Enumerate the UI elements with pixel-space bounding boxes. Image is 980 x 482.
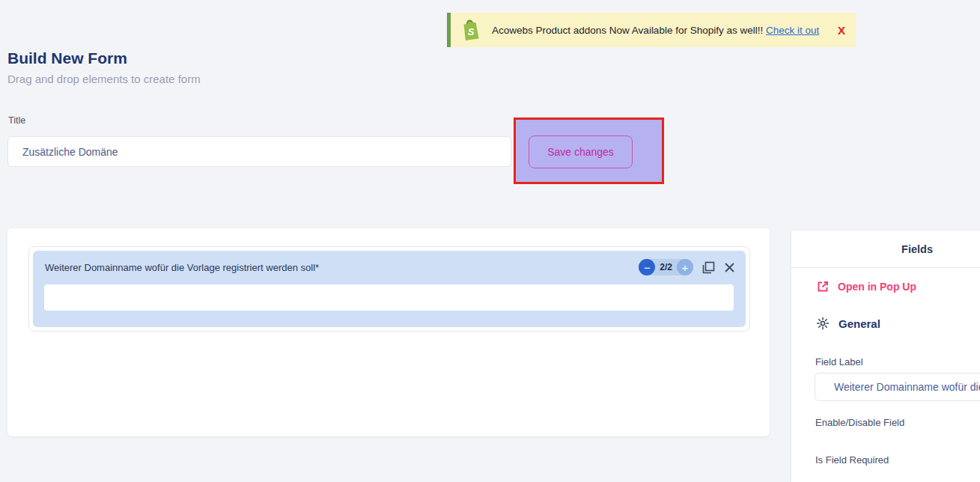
column-count: 2/2 [655,262,677,272]
duplicate-field-button[interactable] [702,261,715,274]
save-changes-button[interactable]: Save changes [529,135,633,168]
gear-icon [816,317,830,330]
general-label: General [839,317,880,330]
enable-disable-label: Enable/Disable Field [815,417,904,428]
page-title: Build New Form [7,49,127,67]
close-icon [724,262,735,273]
open-in-popup-button[interactable]: Open in Pop Up [816,280,916,293]
sidebar-header: Fields [791,231,980,268]
decrease-columns-button[interactable]: − [639,259,655,275]
page-subtitle: Drag and drop elements to create form [7,73,201,85]
external-link-icon [816,280,830,293]
banner-text: Acowebs Product addons Now Available for… [492,25,763,36]
increase-columns-button[interactable]: + [677,259,693,275]
fields-sidebar: Fields Open in Pop Up General Field Labe… [791,231,980,482]
field-label-text: Weiterer Domainname wofür die Vorlage re… [45,262,319,273]
column-counter: − 2/2 + [639,259,693,275]
field-wrapper[interactable]: Weiterer Domainname wofür die Vorlage re… [28,246,750,332]
form-title-label: Title [8,115,25,126]
duplicate-icon [702,261,715,274]
field-preview-input[interactable] [44,284,734,311]
is-field-required-label: Is Field Required [815,454,889,466]
form-canvas: Weiterer Domainname wofür die Vorlage re… [7,228,770,436]
open-in-popup-label: Open in Pop Up [838,281,916,293]
remove-field-button[interactable] [724,262,735,273]
field-label-setting-input[interactable] [815,373,980,401]
promo-banner: S Acowebs Product addons Now Available f… [447,13,856,47]
banner-close-icon[interactable]: X [838,24,845,37]
save-changes-highlight: Save changes [514,118,664,184]
field-label-setting-label: Field Label [815,356,863,367]
general-section-header[interactable]: General [816,317,880,330]
svg-text:S: S [468,26,475,37]
banner-check-it-out-link[interactable]: Check it out [766,25,819,36]
banner-message: Acowebs Product addons Now Available for… [492,25,819,36]
shopify-icon: S [461,19,481,41]
form-title-input[interactable] [7,136,511,167]
field-card: Weiterer Domainname wofür die Vorlage re… [33,251,746,327]
